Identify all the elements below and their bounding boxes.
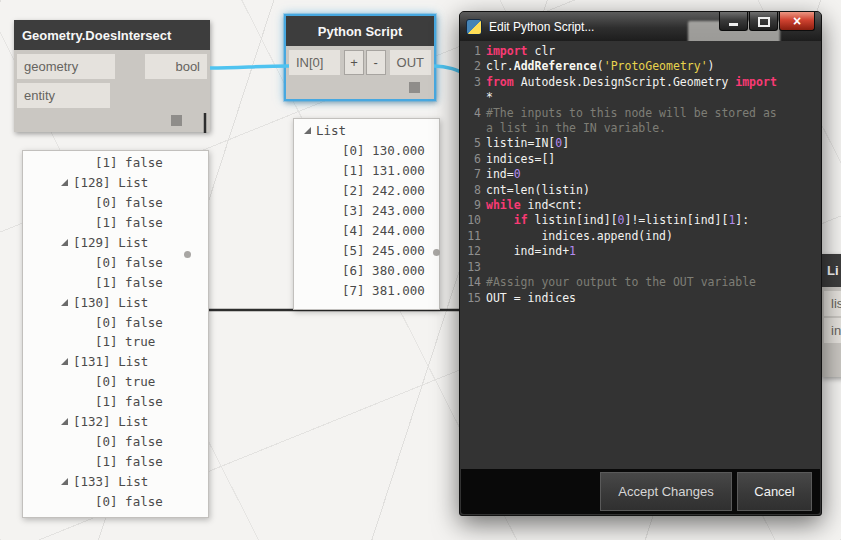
- list-item[interactable]: [6] 380.000: [294, 260, 439, 280]
- code-token: 0: [618, 213, 625, 227]
- node-list-partial[interactable]: Li lis in: [821, 254, 841, 377]
- list-item[interactable]: [128] List: [23, 173, 208, 193]
- list-item[interactable]: [0] false: [23, 431, 208, 451]
- code-token: ind<cnt:: [521, 198, 583, 212]
- python-code-editor[interactable]: 1import clr2clr.AddReference('ProtoGeome…: [461, 41, 820, 469]
- list-item[interactable]: [0] 130.000: [294, 141, 439, 161]
- code-line[interactable]: 2clr.AddReference('ProtoGeometry'): [461, 59, 820, 74]
- list-item[interactable]: [1] false: [23, 272, 208, 292]
- expander-icon[interactable]: [61, 418, 68, 425]
- list-item[interactable]: [132] List: [23, 412, 208, 432]
- port-input-in0[interactable]: IN[0]: [289, 50, 340, 75]
- code-text: #The inputs to this node will be stored …: [486, 106, 777, 121]
- list-item-label: [0] false: [95, 315, 163, 330]
- list-item[interactable]: [1] true: [23, 332, 208, 352]
- port-input-list[interactable]: lis: [824, 291, 841, 316]
- dialog-footer: Accept Changes Cancel: [461, 469, 820, 514]
- minimize-button[interactable]: [719, 12, 748, 31]
- expander-icon[interactable]: [304, 127, 311, 134]
- code-line[interactable]: 6indices=[]: [461, 152, 820, 167]
- code-text: if listin[ind][0]!=listin[ind][1]:: [486, 213, 749, 228]
- preview-bubble-result-list[interactable]: List[0] 130.000[1] 131.000[2] 242.000[3]…: [293, 118, 440, 310]
- code-line[interactable]: 4#The inputs to this node will be stored…: [461, 106, 820, 121]
- node-python-script[interactable]: Python Script IN[0] + - OUT: [284, 14, 436, 101]
- list-item[interactable]: [3] 243.000: [294, 201, 439, 221]
- code-line[interactable]: a list in the IN variable.: [461, 121, 820, 136]
- code-line[interactable]: 8cnt=len(listin): [461, 183, 820, 198]
- code-line[interactable]: 15OUT = indices: [461, 291, 820, 306]
- code-token: #The inputs to this node will be stored …: [486, 106, 777, 120]
- code-line[interactable]: 12 ind=ind+1: [461, 244, 820, 259]
- expander-icon[interactable]: [61, 299, 68, 306]
- port-input-index[interactable]: in: [824, 318, 841, 343]
- code-text: indices.append(ind): [486, 229, 673, 244]
- dynamo-canvas[interactable]: Geometry.DoesIntersect geometry bool ent…: [0, 0, 841, 540]
- scroll-indicator-dot[interactable]: [184, 251, 191, 258]
- code-line[interactable]: 9while ind<cnt:: [461, 198, 820, 213]
- node-preview-toggle[interactable]: [171, 115, 182, 126]
- wire-bool-to-in0[interactable]: [210, 66, 289, 68]
- code-text: a list in the IN variable.: [486, 121, 666, 136]
- line-number: 3: [461, 75, 486, 90]
- list-item[interactable]: [0] false: [23, 193, 208, 213]
- line-number: 15: [461, 291, 486, 306]
- port-output-out[interactable]: OUT: [390, 50, 431, 75]
- code-token: AddReference: [514, 59, 597, 73]
- line-number: 9: [461, 198, 486, 213]
- code-line[interactable]: *: [461, 90, 820, 105]
- port-input-geometry[interactable]: geometry: [17, 54, 115, 79]
- code-line[interactable]: 3from Autodesk.DesignScript.Geometry imp…: [461, 75, 820, 90]
- list-item[interactable]: [129] List: [23, 233, 208, 253]
- preview-bubble-bool-list[interactable]: [1] false[128] List[0] false[1] false[12…: [22, 150, 209, 518]
- list-item[interactable]: [5] 245.000: [294, 240, 439, 260]
- scroll-indicator-dot[interactable]: [433, 249, 440, 256]
- restore-button[interactable]: [749, 12, 778, 31]
- list-item[interactable]: [4] 244.000: [294, 220, 439, 240]
- code-line[interactable]: 11 indices.append(ind): [461, 229, 820, 244]
- cancel-button[interactable]: Cancel: [737, 472, 812, 511]
- list-item[interactable]: [7] 381.000: [294, 280, 439, 300]
- code-token: ): [708, 59, 715, 73]
- list-item[interactable]: [0] true: [23, 372, 208, 392]
- list-item[interactable]: [0] false: [23, 312, 208, 332]
- port-output-bool[interactable]: bool: [145, 54, 207, 79]
- list-item[interactable]: [133] List: [23, 471, 208, 491]
- add-input-button[interactable]: +: [344, 50, 364, 75]
- list-item[interactable]: [131] List: [23, 352, 208, 372]
- expander-icon[interactable]: [61, 358, 68, 365]
- list-item-label: [1] false: [95, 155, 163, 170]
- remove-input-button[interactable]: -: [366, 50, 386, 75]
- code-line[interactable]: 13: [461, 260, 820, 275]
- list-item[interactable]: [1] false: [23, 153, 208, 173]
- expander-icon[interactable]: [61, 179, 68, 186]
- list-item[interactable]: [130] List: [23, 292, 208, 312]
- code-line[interactable]: 1import clr: [461, 44, 820, 59]
- node-geometry-doesintersect[interactable]: Geometry.DoesIntersect geometry bool ent…: [14, 20, 210, 132]
- list-item[interactable]: [1] 131.000: [294, 161, 439, 181]
- code-token: *: [486, 90, 493, 104]
- expander-icon[interactable]: [61, 478, 68, 485]
- code-line[interactable]: 10 if listin[ind][0]!=listin[ind][1]:: [461, 213, 820, 228]
- restore-icon: [758, 17, 770, 27]
- dialog-titlebar[interactable]: Edit Python Script... ×: [460, 12, 821, 41]
- list-item[interactable]: [1] false: [23, 451, 208, 471]
- code-line[interactable]: 5listin=IN[0]: [461, 136, 820, 151]
- list-item[interactable]: List: [294, 121, 439, 141]
- code-line[interactable]: 14#Assign your output to the OUT variabl…: [461, 275, 820, 290]
- port-input-entity[interactable]: entity: [17, 83, 110, 108]
- node-title[interactable]: Geometry.DoesIntersect: [14, 20, 210, 50]
- list-item-label: [1] false: [95, 215, 163, 230]
- expander-icon[interactable]: [61, 239, 68, 246]
- list-item[interactable]: [0] false: [23, 252, 208, 272]
- list-item[interactable]: [1] false: [23, 392, 208, 412]
- list-item[interactable]: [2] 242.000: [294, 181, 439, 201]
- close-button[interactable]: ×: [779, 12, 815, 31]
- accept-changes-button[interactable]: Accept Changes: [600, 472, 732, 511]
- node-title[interactable]: Li: [821, 254, 841, 287]
- code-token: 'ProtoGeometry': [604, 59, 708, 73]
- node-preview-toggle[interactable]: [409, 82, 420, 93]
- code-line[interactable]: 7ind=0: [461, 167, 820, 182]
- node-title[interactable]: Python Script: [286, 16, 434, 46]
- list-item[interactable]: [0] false: [23, 491, 208, 511]
- list-item[interactable]: [1] false: [23, 213, 208, 233]
